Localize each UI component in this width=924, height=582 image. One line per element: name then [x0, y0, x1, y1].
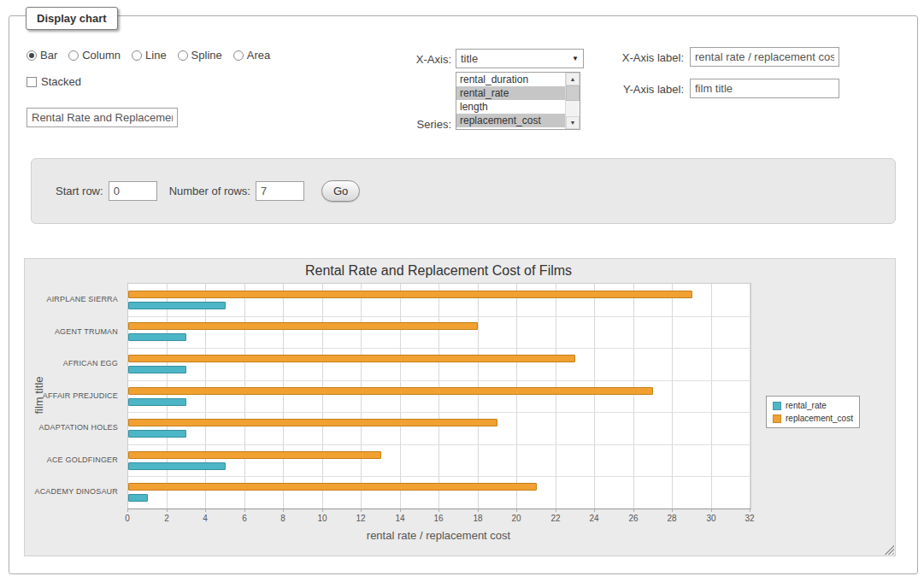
gridline: [400, 284, 401, 509]
series-option-length[interactable]: length: [456, 100, 565, 114]
gridline: [361, 284, 362, 509]
bar-rental_rate: [128, 302, 226, 309]
gridline: [283, 284, 284, 509]
bar-rental_rate: [128, 462, 226, 470]
chart-type-option-label: Line: [145, 49, 167, 62]
y-axis-label-input[interactable]: [690, 79, 839, 98]
stacked-option[interactable]: Stacked: [26, 75, 81, 88]
series-listbox[interactable]: rental_durationrental_ratelengthreplacem…: [456, 72, 580, 130]
tick-mark: [361, 509, 362, 512]
resize-handle-icon[interactable]: [884, 544, 894, 555]
x-tick-label: 24: [581, 514, 607, 523]
x-axis-select-value: title: [461, 52, 478, 65]
scroll-up-icon[interactable]: ▲: [566, 73, 580, 85]
gridline: [711, 284, 712, 509]
category-label: AFRICAN EGG: [25, 347, 118, 379]
bar-rental_rate: [128, 430, 186, 438]
chart-type-option-area[interactable]: Area: [233, 49, 270, 62]
y-axis-label-text: Y-Axis label:: [598, 83, 684, 96]
gridline: [478, 284, 479, 509]
chart-type-option-column[interactable]: Column: [68, 49, 121, 62]
x-axis-label-input[interactable]: [690, 47, 839, 67]
x-tick-label: 30: [698, 514, 724, 523]
fieldset-legend: Display chart: [26, 7, 118, 30]
category-label: AFFAIR PREJUDICE: [25, 379, 118, 412]
series-option-rental_duration[interactable]: rental_duration: [456, 73, 565, 86]
number-of-rows-input[interactable]: [256, 181, 304, 201]
gridline: [128, 412, 750, 413]
category-label: AIRPLANE SIERRA: [25, 283, 118, 315]
chart-title-input[interactable]: [26, 108, 178, 127]
radio-icon[interactable]: [233, 50, 244, 61]
legend-swatch-icon: [773, 402, 781, 410]
x-tick-label: 12: [348, 514, 374, 523]
gridline: [750, 284, 750, 509]
chart-type-option-label: Bar: [40, 49, 57, 62]
x-tick-label: 8: [270, 514, 296, 523]
number-of-rows-label: Number of rows:: [169, 185, 250, 197]
scrollbar[interactable]: ▲ ▼: [565, 73, 580, 129]
stacked-label: Stacked: [41, 75, 81, 88]
tick-mark: [478, 509, 479, 512]
chart-legend: rental_ratereplacement_cost: [766, 396, 860, 428]
tick-mark: [711, 509, 712, 512]
gridline: [244, 284, 245, 509]
rows-panel: Start row: Number of rows: Go: [31, 158, 896, 224]
tick-mark: [167, 509, 168, 512]
plot-area: [127, 283, 751, 509]
legend-item-rental_rate[interactable]: rental_rate: [773, 401, 853, 410]
bar-replacement_cost: [128, 483, 537, 491]
legend-label: replacement_cost: [786, 414, 853, 423]
x-axis-title: rental rate / replacement cost: [127, 529, 750, 542]
tick-mark: [322, 509, 323, 512]
category-label: ACADEMY DINOSAUR: [25, 475, 118, 508]
x-tick-label: 6: [232, 514, 257, 523]
x-tick-label: 20: [503, 514, 529, 523]
x-axis-select-label: X-Axis:: [368, 53, 451, 66]
chart-type-option-spline[interactable]: Spline: [178, 49, 222, 62]
x-tick-label: 14: [387, 514, 413, 523]
scroll-down-icon[interactable]: ▼: [566, 116, 580, 129]
page: Display chart BarColumnLineSplineArea St…: [0, 0, 924, 582]
category-label: AGENT TRUMAN: [25, 315, 118, 348]
tick-mark: [594, 509, 595, 512]
radio-icon[interactable]: [178, 50, 188, 61]
bar-replacement_cost: [128, 322, 478, 330]
chart-type-option-bar[interactable]: Bar: [26, 49, 57, 62]
x-tick-label: 4: [192, 514, 218, 523]
category-label: ADAPTATION HOLES: [25, 411, 118, 444]
legend-item-replacement_cost[interactable]: replacement_cost: [773, 414, 853, 423]
tick-mark: [400, 509, 401, 512]
gridline: [322, 284, 323, 509]
chevron-down-icon: ▼: [572, 55, 579, 62]
go-button[interactable]: Go: [321, 180, 360, 202]
bar-rental_rate: [128, 366, 186, 373]
bar-replacement_cost: [128, 419, 497, 426]
x-tick-label: 16: [426, 514, 451, 523]
bar-replacement_cost: [128, 387, 653, 395]
chart-type-option-label: Spline: [191, 49, 222, 62]
tick-mark: [516, 509, 517, 512]
checkbox-icon[interactable]: [26, 77, 37, 87]
x-tick-label: 26: [621, 514, 646, 523]
series-option-rental_rate[interactable]: rental_rate: [456, 86, 565, 100]
bar-replacement_cost: [128, 291, 692, 298]
radio-icon[interactable]: [26, 50, 37, 61]
bar-rental_rate: [128, 398, 186, 406]
series-option-replacement_cost[interactable]: replacement_cost: [456, 114, 565, 127]
x-tick-label: 0: [115, 514, 140, 523]
radio-icon[interactable]: [68, 50, 79, 61]
chart-panel: Rental Rate and Replacement Cost of Film…: [24, 258, 896, 556]
gridline: [633, 284, 634, 509]
chart-type-radio-group: BarColumnLineSplineArea: [26, 49, 270, 62]
tick-mark: [283, 509, 284, 512]
gridline: [438, 284, 439, 509]
category-labels: AIRPLANE SIERRAAGENT TRUMANAFRICAN EGGAF…: [25, 283, 122, 508]
chart-type-option-line[interactable]: Line: [132, 49, 167, 62]
radio-icon[interactable]: [132, 50, 142, 61]
start-row-input[interactable]: [109, 181, 157, 201]
x-axis-select[interactable]: title ▼: [456, 49, 584, 68]
bar-rental_rate: [128, 333, 186, 341]
scrollbar-thumb[interactable]: [566, 85, 580, 101]
gridline: [672, 284, 673, 509]
